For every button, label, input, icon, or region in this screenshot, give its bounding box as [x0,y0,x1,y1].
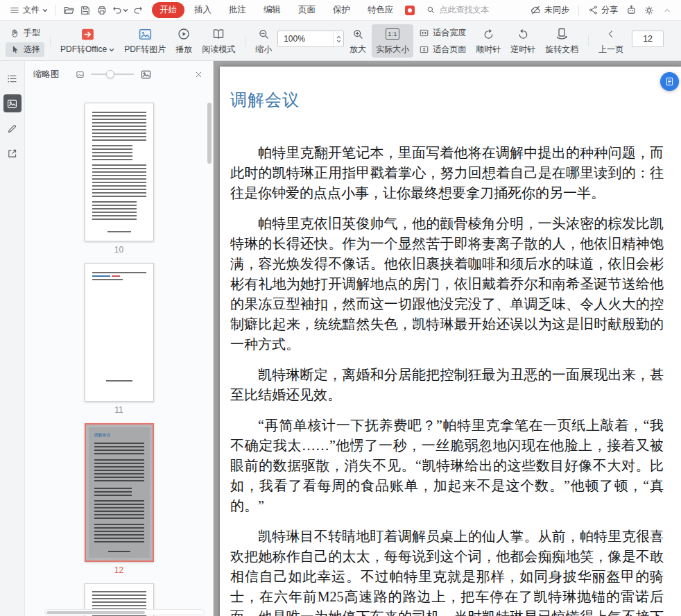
thumbnail-text-lines [94,488,132,496]
tab-annotate[interactable]: 批注 [221,2,254,18]
previous-page-button[interactable]: 上一页 [594,24,628,58]
slider-knob[interactable] [106,70,114,78]
open-file-button[interactable] [60,3,77,18]
menubar-right-group: 未同步 分享 [526,2,675,18]
thumbnail-page-11[interactable]: 11 [85,263,154,420]
thumbnail-title: 调解会议 [89,427,150,437]
thumbnail-text-lines [92,145,132,160]
fit-page-label: 适合页面 [433,44,466,55]
collapse-toolbar-button[interactable] [659,3,675,18]
reading-mode-button[interactable]: 阅读模式 [198,24,239,58]
find-text-button[interactable]: 点此查找文本 [422,2,494,18]
tab-protect[interactable]: 保护 [325,2,358,18]
share-button[interactable]: 分享 [585,2,621,18]
fit-width-label: 适合宽度 [433,27,466,39]
open-folder-icon [63,4,75,16]
thumbnail-size-slider[interactable] [91,74,134,75]
thumbnail-text-lines [108,551,130,552]
rotate-counterclockwise-label: 逆时针 [510,44,535,55]
divider [578,5,579,16]
actual-size-icon: 1:1 [386,28,399,40]
tab-page[interactable]: 页面 [291,2,323,18]
pdf-to-office-button[interactable]: PDF转Office [56,24,119,58]
select-tool-button[interactable]: 选择 [6,42,44,57]
sync-status-button[interactable]: 未同步 [526,2,573,18]
thumbnail-page-label: 10 [114,241,123,260]
zoom-level-spinner[interactable] [333,31,343,46]
play-icon [177,27,191,41]
zoom-level-combobox[interactable]: 100% [277,31,344,47]
rotate-document-icon [555,27,569,41]
tab-features[interactable]: 特色应 [360,2,402,18]
tab-edit[interactable]: 编辑 [256,2,288,18]
hand-tool-label: 手型 [24,27,40,39]
thumbnail-panel-title: 缩略图 [33,69,60,80]
thumbnail-image: 调解会议 [85,423,154,562]
print-button[interactable] [94,3,110,18]
share-icon [588,5,598,15]
thumbnail-text-lines [92,275,110,277]
pdf-to-image-label: PDF转图片 [124,44,166,55]
rotate-counterclockwise-button[interactable]: 逆时针 [506,24,540,58]
fit-width-button[interactable]: 适合宽度 [415,26,470,40]
robot-icon [626,4,637,16]
zoom-out-button[interactable]: 缩小 [251,24,276,58]
document-view[interactable]: 调解会议 帕特里克翻开笔记本，里面写着他将在调解中提出的种种问题，而此时的凯特琳… [214,61,681,616]
thumbnail-page-10[interactable]: 10 [85,103,154,260]
zoom-in-button[interactable]: 放大 [345,24,370,58]
share-label: 分享 [601,4,618,16]
undo-button[interactable] [110,3,130,18]
divider [588,35,589,46]
actual-size-button[interactable]: 1:1 实际大小 [372,24,413,58]
thumbnail-horizontal-scrollbar[interactable] [44,609,205,615]
outline-panel-button[interactable] [3,69,21,87]
thumbnail-image [85,263,154,402]
save-button[interactable] [77,3,94,18]
chevron-up-icon [663,6,671,15]
thumbnail-panel: 缩略图 [25,61,214,616]
wps-pdf-window: 文件 开始 插入 批注 编辑 页面 保护 特色应 [0,0,681,616]
ribbon-tabs: 开始 插入 批注 编辑 页面 保护 特色应 [152,2,415,18]
rotate-document-button[interactable]: 旋转文档 [541,24,583,58]
outline-icon [6,73,18,85]
rotate-counterclockwise-icon [517,28,530,41]
zoom-level-value: 100% [278,34,333,44]
assistant-button[interactable] [623,3,639,18]
settings-button[interactable] [641,3,657,18]
thumbnail-text-lines [92,164,146,197]
rotate-clockwise-icon [482,28,495,41]
cursor-arrow-icon [10,44,20,55]
thumbnail-text-lines [92,201,137,220]
thumbnail-panel-header: 缩略图 [25,61,213,87]
floating-widget-button[interactable] [660,72,679,91]
thumbnail-text-lines [106,380,132,382]
chevron-down-icon [336,40,341,43]
fit-page-icon [419,44,429,55]
hamburger-icon [9,5,20,16]
file-menu-button[interactable]: 文件 [6,2,51,18]
hand-tool-button[interactable]: 手型 [6,26,44,40]
play-button[interactable]: 播放 [171,24,196,58]
book-icon [212,27,225,41]
redo-button[interactable] [130,3,146,18]
export-panel-button[interactable] [3,144,21,162]
fit-width-icon [419,28,429,38]
pdf-to-image-button[interactable]: PDF转图片 [120,24,170,58]
rotate-clockwise-button[interactable]: 顺时针 [472,24,505,58]
zoom-in-icon [352,28,365,41]
thumbnail-vertical-scrollbar[interactable] [207,103,212,164]
thumbnails-icon [6,98,18,110]
large-thumbnail-icon [140,69,152,80]
promo-badge-icon[interactable] [405,6,415,15]
tab-home[interactable]: 开始 [152,2,184,18]
document-paragraph: 凯特琳目不转睛地盯着调解员桌上的仙人掌。从前，帕特里克很喜欢把她称作自己的太太，… [230,527,664,616]
annotate-panel-button[interactable] [3,119,21,137]
thumbnails-panel-button[interactable] [3,94,21,112]
tab-insert[interactable]: 插入 [187,2,219,18]
thumbnail-image [85,103,154,241]
thumbnail-page-12[interactable]: 调解会议 12 [85,423,154,581]
close-panel-button[interactable] [193,69,205,80]
select-tool-label: 选择 [24,44,40,55]
page-number-input[interactable] [632,31,664,47]
fit-page-button[interactable]: 适合页面 [415,42,470,57]
